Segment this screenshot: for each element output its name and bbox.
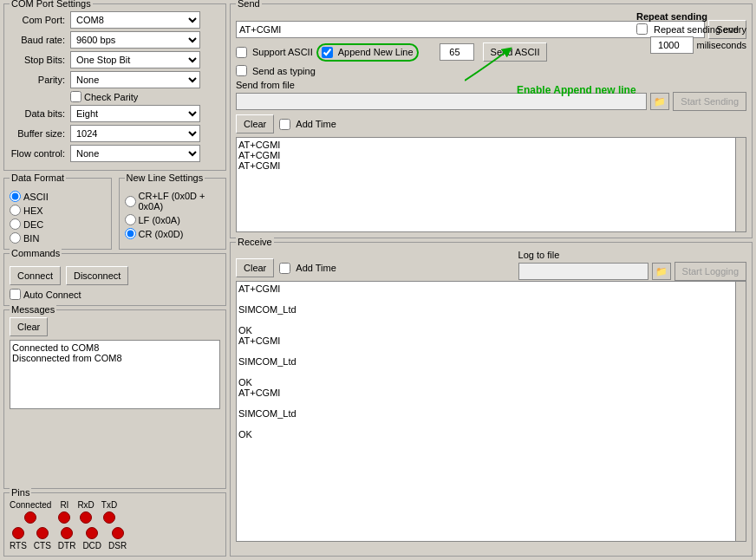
pin-dcd: DCD	[82, 527, 101, 550]
pin-rxd: RxD	[77, 500, 94, 524]
check-parity-label: Check Parity	[84, 92, 138, 102]
start-logging-button[interactable]: Start Logging	[675, 262, 746, 281]
annotation-text: Enable Append new line	[517, 84, 636, 96]
nl-lf[interactable]: LF (0x0A)	[125, 214, 221, 225]
recv-line-6: AT+CGMI	[238, 335, 744, 346]
recv-line-3: SIMCOM_Ltd	[238, 304, 744, 315]
message-line-2: Disconnected from COM8	[12, 353, 218, 363]
flow-select[interactable]: None	[70, 145, 200, 162]
send-as-typing-checkbox[interactable]	[236, 65, 247, 76]
receive-title: Receive	[236, 237, 274, 247]
receive-clear-button[interactable]: Clear	[236, 258, 274, 277]
comport-label: Com Port:	[10, 15, 70, 25]
buffer-label: Buffer size:	[10, 128, 70, 139]
format-bin[interactable]: BIN	[10, 232, 106, 244]
message-line-1: Connected to COM8	[12, 342, 218, 353]
comport-settings-title: COM Port Settings	[10, 0, 93, 9]
nl-cr[interactable]: CR (0x0D)	[125, 228, 221, 239]
recv-line-2	[238, 294, 744, 304]
led-dsr	[112, 527, 124, 539]
add-time-receive-option[interactable]: Add Time	[279, 263, 336, 274]
send-as-typing-option[interactable]: Send as typing	[236, 65, 316, 76]
led-rxd	[80, 511, 92, 524]
auto-connect-checkbox[interactable]	[10, 289, 21, 300]
recv-line-1: AT+CGMI	[238, 283, 744, 294]
auto-connect-label: Auto Connect	[23, 290, 81, 300]
support-ascii-checkbox[interactable]	[236, 47, 247, 58]
recv-line-9	[238, 367, 744, 377]
check-parity-checkbox[interactable]	[70, 91, 81, 102]
pin-dtr: DTR	[58, 527, 76, 550]
send-log-line-3: AT+CGMI	[238, 160, 744, 171]
parity-label: Parity:	[10, 75, 70, 85]
send-scrollbar[interactable]	[735, 138, 746, 231]
parity-select[interactable]: None	[70, 71, 200, 88]
recv-line-13: SIMCOM_Ltd	[238, 408, 744, 419]
start-sending-button[interactable]: Start Sending	[673, 92, 746, 111]
repeat-sending-title: Repeat sending	[636, 11, 746, 22]
nl-crlf[interactable]: CR+LF (0x0D + 0x0A)	[125, 191, 221, 212]
send-as-typing-label: Send as typing	[252, 66, 316, 76]
databits-label: Data bits:	[10, 108, 70, 119]
pin-cts: CTS	[34, 527, 51, 550]
pin-rts: RTS	[10, 527, 27, 550]
recv-line-8: SIMCOM_Ltd	[238, 356, 744, 367]
format-ascii[interactable]: ASCII	[10, 191, 106, 202]
buffer-select[interactable]: 1024	[70, 125, 200, 142]
comport-settings-group: COM Port Settings Com Port: COM8 Baud ra…	[3, 3, 226, 171]
led-txd	[103, 511, 115, 524]
messages-clear-button[interactable]: Clear	[10, 317, 48, 336]
newline-title: New Line Settings	[125, 173, 205, 183]
pins-title: Pins	[10, 487, 31, 498]
led-rts	[12, 527, 24, 539]
commands-group: Commands Connect Disconnect Auto Connect	[3, 253, 226, 306]
format-hex[interactable]: HEX	[10, 205, 106, 216]
led-dcd	[86, 527, 98, 539]
add-time-receive-checkbox[interactable]	[279, 263, 290, 274]
stopbits-select[interactable]: One Stop Bit	[70, 51, 200, 68]
recv-line-12	[238, 398, 744, 408]
add-time-send-option[interactable]: Add Time	[279, 119, 336, 130]
log-to-file-label: Log to file	[518, 250, 746, 260]
receive-scrollbar[interactable]	[735, 282, 746, 541]
pin-ri: RI	[58, 500, 70, 524]
recv-line-7	[238, 346, 744, 356]
repeat-checkbox[interactable]	[636, 23, 648, 35]
send-log-line-1: AT+CGMI	[238, 140, 744, 150]
disconnect-button[interactable]: Disconnect	[66, 266, 128, 285]
log-file-browse-button[interactable]: 📁	[652, 263, 671, 280]
pin-connected: Connected	[10, 500, 51, 524]
add-time-send-checkbox[interactable]	[279, 119, 290, 130]
format-dec[interactable]: DEC	[10, 218, 106, 230]
baud-label: Baud rate:	[10, 35, 70, 45]
databits-select[interactable]: Eight	[70, 105, 200, 122]
repeat-every-label: Repeat sending every	[654, 24, 746, 35]
flow-label: Flow control:	[10, 148, 70, 159]
send-file-browse-button[interactable]: 📁	[650, 93, 669, 110]
recv-line-11: AT+CGMI	[238, 387, 744, 398]
led-connected	[24, 511, 36, 524]
recv-line-15: OK	[238, 429, 744, 440]
send-input[interactable]	[236, 21, 705, 38]
connect-button[interactable]: Connect	[10, 266, 61, 285]
dataformat-group: Data Format ASCII HEX DEC BIN	[3, 178, 112, 250]
newline-group: New Line Settings CR+LF (0x0D + 0x0A) LF…	[119, 178, 227, 250]
send-title: Send	[236, 0, 262, 9]
stopbits-label: Stop Bits:	[10, 55, 70, 65]
baud-select[interactable]: 9600 bps	[70, 31, 200, 49]
send-clear-button[interactable]: Clear	[236, 114, 274, 133]
support-ascii-option[interactable]: Support ASCII	[236, 47, 313, 58]
receive-group: Receive Log to file 📁 Start Logging Appe…	[230, 242, 753, 557]
dataformat-title: Data Format	[10, 173, 66, 183]
recv-line-10: OK	[238, 377, 744, 387]
add-time-receive-label: Add Time	[296, 263, 336, 273]
recv-line-5: OK	[238, 325, 744, 335]
append-new-line-label: Append New Line	[338, 47, 414, 57]
comport-select[interactable]: COM8	[70, 11, 200, 29]
append-new-line-checkbox[interactable]	[322, 47, 333, 58]
messages-log-area: Connected to COM8 Disconnected from COM8	[10, 340, 220, 409]
append-new-line-option[interactable]: Append New Line	[322, 47, 414, 58]
recv-line-14	[238, 419, 744, 429]
led-ri	[58, 511, 70, 524]
commands-title: Commands	[10, 248, 62, 258]
